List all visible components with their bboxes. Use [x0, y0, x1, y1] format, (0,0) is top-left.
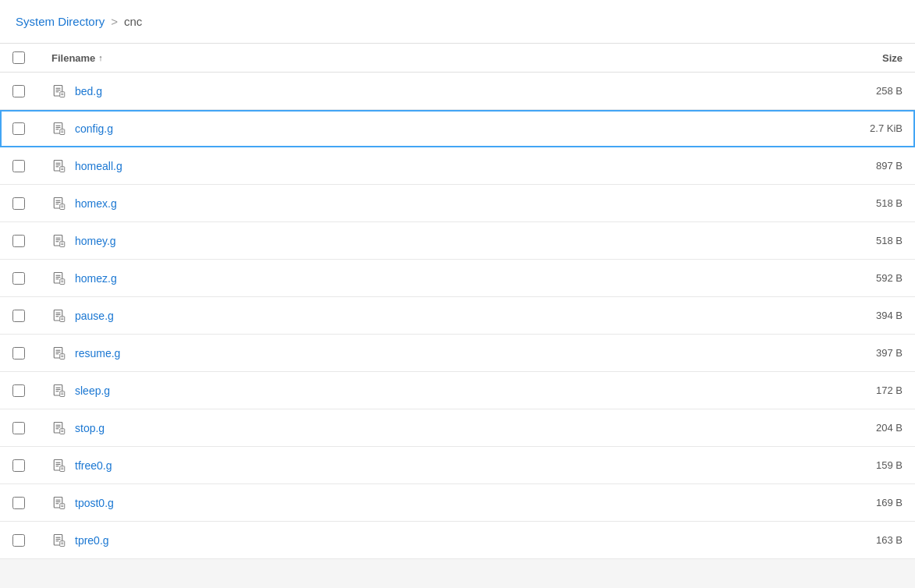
- row-checkbox-cell[interactable]: [12, 310, 51, 322]
- row-checkbox-cell[interactable]: [12, 384, 51, 397]
- file-size: 518 B: [825, 235, 903, 246]
- file-icon: [51, 420, 67, 436]
- row-checkbox[interactable]: [12, 310, 25, 322]
- row-checkbox[interactable]: [12, 160, 25, 172]
- row-checkbox[interactable]: [12, 272, 25, 285]
- row-checkbox-cell[interactable]: [12, 197, 51, 210]
- file-info: homex.g: [51, 196, 825, 211]
- file-icon: [51, 196, 67, 211]
- row-checkbox[interactable]: [12, 235, 25, 247]
- file-icon: [51, 158, 67, 174]
- file-info: pause.g: [51, 308, 825, 324]
- row-checkbox-cell[interactable]: [12, 235, 51, 247]
- file-icon: [51, 458, 67, 473]
- file-info: homez.g: [51, 271, 825, 286]
- file-name[interactable]: homex.g: [75, 197, 117, 210]
- row-checkbox[interactable]: [12, 534, 25, 547]
- row-checkbox[interactable]: [12, 197, 25, 210]
- file-name[interactable]: homez.g: [75, 272, 117, 285]
- file-name[interactable]: bed.g: [75, 85, 102, 97]
- file-name[interactable]: sleep.g: [75, 384, 110, 397]
- file-info: stop.g: [51, 420, 825, 436]
- file-info: tpre0.g: [51, 533, 825, 548]
- table-row: tfree0.g 159 B: [0, 447, 915, 484]
- table-row: homeall.g 897 B: [0, 147, 915, 185]
- row-checkbox-cell[interactable]: [12, 422, 51, 434]
- file-info: tpost0.g: [51, 495, 825, 511]
- row-checkbox-cell[interactable]: [12, 497, 51, 509]
- file-size: 204 B: [825, 422, 903, 434]
- breadcrumb-system-directory[interactable]: System Directory: [16, 15, 105, 28]
- file-name[interactable]: tpost0.g: [75, 497, 114, 509]
- file-name[interactable]: tpre0.g: [75, 534, 109, 547]
- table-row: sleep.g 172 B: [0, 372, 915, 409]
- row-checkbox-cell[interactable]: [12, 160, 51, 172]
- file-list-container: Filename ↑ Size: [0, 44, 915, 559]
- file-icon: [51, 233, 67, 249]
- row-checkbox[interactable]: [12, 347, 25, 360]
- file-name[interactable]: homey.g: [75, 235, 116, 247]
- row-checkbox-cell[interactable]: [12, 122, 51, 135]
- table-row: homez.g 592 B: [0, 260, 915, 297]
- file-name[interactable]: tfree0.g: [75, 459, 112, 472]
- sort-arrow-icon: ↑: [98, 53, 103, 62]
- table-row: config.g 2.7 KiB: [0, 110, 915, 147]
- file-info: config.g: [51, 121, 825, 136]
- file-icon: [51, 383, 67, 398]
- file-icon: [51, 271, 67, 286]
- filename-sort-button[interactable]: Filename ↑: [51, 52, 825, 64]
- size-column-header: Size: [825, 51, 903, 64]
- filename-header-label: Filename: [51, 52, 95, 64]
- file-size: 159 B: [825, 459, 903, 471]
- file-name[interactable]: homeall.g: [75, 160, 122, 172]
- breadcrumb: System Directory > cnc: [16, 15, 142, 28]
- header: System Directory > cnc: [0, 0, 915, 44]
- table-row: stop.g 204 B: [0, 409, 915, 447]
- file-size: 394 B: [825, 310, 903, 321]
- breadcrumb-separator: >: [111, 15, 118, 28]
- table-row: pause.g 394 B: [0, 297, 915, 335]
- file-size: 163 B: [825, 534, 903, 546]
- file-info: homeall.g: [51, 158, 825, 174]
- row-checkbox-cell[interactable]: [12, 347, 51, 360]
- row-checkbox[interactable]: [12, 122, 25, 135]
- file-info: tfree0.g: [51, 458, 825, 473]
- table-header: Filename ↑ Size: [0, 44, 915, 73]
- file-icon: [51, 345, 67, 361]
- select-all-cell[interactable]: [12, 51, 51, 64]
- file-info: resume.g: [51, 345, 825, 361]
- file-icon: [51, 495, 67, 511]
- file-name[interactable]: config.g: [75, 122, 113, 135]
- file-size: 258 B: [825, 85, 903, 97]
- row-checkbox-cell[interactable]: [12, 85, 51, 97]
- file-name[interactable]: stop.g: [75, 422, 105, 434]
- file-icon: [51, 308, 67, 324]
- table-row: tpost0.g 169 B: [0, 484, 915, 522]
- file-size: 592 B: [825, 272, 903, 284]
- select-all-checkbox[interactable]: [12, 51, 25, 64]
- file-info: sleep.g: [51, 383, 825, 398]
- file-icon: [51, 533, 67, 548]
- breadcrumb-current: cnc: [124, 15, 142, 28]
- row-checkbox[interactable]: [12, 384, 25, 397]
- table-row: resume.g 397 B: [0, 335, 915, 372]
- file-name[interactable]: resume.g: [75, 347, 120, 360]
- size-header-label: Size: [882, 52, 903, 64]
- filename-column-header[interactable]: Filename ↑: [51, 52, 825, 64]
- row-checkbox[interactable]: [12, 497, 25, 509]
- row-checkbox-cell[interactable]: [12, 534, 51, 547]
- row-checkbox[interactable]: [12, 85, 25, 97]
- table-row: tpre0.g 163 B: [0, 522, 915, 559]
- row-checkbox[interactable]: [12, 422, 25, 434]
- file-size: 518 B: [825, 197, 903, 209]
- file-size: 169 B: [825, 497, 903, 508]
- file-name[interactable]: pause.g: [75, 310, 114, 322]
- row-checkbox[interactable]: [12, 459, 25, 472]
- table-row: homey.g 518 B: [0, 222, 915, 260]
- file-size: 897 B: [825, 160, 903, 172]
- file-size: 397 B: [825, 347, 903, 359]
- file-info: homey.g: [51, 233, 825, 249]
- row-checkbox-cell[interactable]: [12, 272, 51, 285]
- row-checkbox-cell[interactable]: [12, 459, 51, 472]
- file-rows: bed.g 258 B c: [0, 73, 915, 559]
